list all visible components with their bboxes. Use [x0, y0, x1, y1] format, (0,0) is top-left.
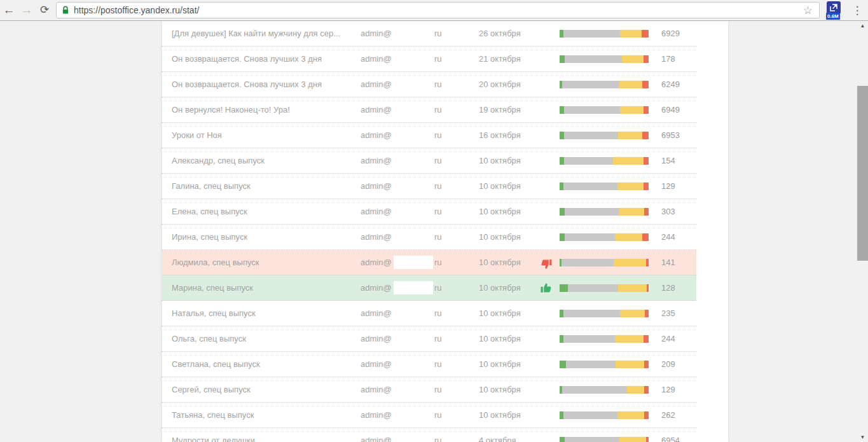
scroll-up-arrow-icon[interactable]: ▲: [857, 21, 868, 31]
bookmark-star-icon[interactable]: ☆: [802, 4, 814, 17]
bar-segment-yellow: [619, 437, 646, 442]
table-row[interactable]: Он вернулся! Наконец-то! Ура! admin@ ru …: [162, 97, 696, 123]
delivery-bar: [560, 284, 649, 292]
bar-segment-red: [642, 233, 649, 241]
table-row[interactable]: Ирина, спец выпуск admin@ ru 10 октября …: [162, 224, 696, 250]
bar-segment-red: [642, 81, 649, 88]
open-count: 235: [661, 308, 675, 318]
table-row[interactable]: Светлана, спец выпуск admin@ ru 10 октяб…: [162, 352, 696, 377]
sender-email-tld: ru: [434, 29, 442, 38]
sender-email-user: admin@: [361, 283, 392, 293]
bar-segment-gray: [564, 132, 618, 139]
delivery-bar: [560, 106, 649, 114]
bar-segment-red: [644, 335, 649, 343]
send-date: 10 октября: [479, 258, 521, 267]
table-row[interactable]: Галина, спец выпуск admin@ ru 10 октября…: [162, 174, 696, 199]
delivery-bar: [560, 310, 649, 317]
campaign-name: [Для девушек] Как найти мужчину для сер.…: [172, 29, 340, 38]
email-domain-redaction: [394, 434, 433, 442]
address-bar[interactable]: https://postoffice.yandex.ru/stat/ ☆: [56, 2, 820, 18]
campaign-name: Ольга, спец выпуск: [172, 334, 246, 343]
email-domain-redaction: [394, 383, 433, 396]
sender-email-user: admin@: [361, 130, 392, 140]
table-row[interactable]: Александр, спец выпуск admin@ ru 10 октя…: [162, 148, 696, 174]
url-text[interactable]: https://postoffice.yandex.ru/stat/: [74, 5, 802, 15]
bar-segment-gray: [563, 411, 617, 419]
bar-segment-red: [644, 106, 649, 114]
email-domain-redaction: [394, 205, 433, 218]
bar-segment-red: [646, 259, 649, 266]
scrollbar-thumb[interactable]: [857, 86, 868, 261]
bar-segment-green: [560, 361, 566, 368]
delivery-bar: [560, 233, 649, 241]
bar-segment-gray: [566, 361, 616, 368]
send-date: 10 октября: [479, 156, 521, 165]
campaign-name: Ирина, спец выпуск: [172, 232, 247, 242]
reload-button[interactable]: ⟳: [36, 1, 53, 20]
bar-segment-red: [644, 208, 649, 216]
back-button[interactable]: ←: [0, 1, 18, 20]
delivery-bar: [560, 386, 649, 394]
table-row[interactable]: Он возвращается. Снова лучших 3 дня admi…: [162, 72, 696, 97]
email-domain-redaction: [394, 408, 433, 422]
scroll-down-arrow-icon[interactable]: ▼: [857, 432, 868, 442]
bar-segment-green: [560, 233, 565, 241]
open-count: 129: [661, 181, 675, 191]
open-count: 262: [661, 410, 675, 420]
vertical-scrollbar[interactable]: ▲ ▼: [857, 21, 868, 442]
secure-padlock-icon[interactable]: [62, 6, 69, 15]
bar-segment-gray: [565, 233, 614, 241]
table-row[interactable]: Татьяна, спец выпуск admin@ ru 10 октябр…: [162, 403, 696, 428]
bar-segment-red: [644, 55, 649, 63]
bar-segment-gray: [561, 259, 614, 266]
campaign-name: Марина, спец выпуск: [172, 283, 253, 293]
email-domain-redaction: [394, 230, 433, 244]
table-row[interactable]: Уроки от Ноя admin@ ru 16 октября 6953: [162, 123, 696, 148]
forward-button[interactable]: →: [18, 1, 36, 20]
extension-button[interactable]: 0.6M: [826, 1, 843, 20]
delivery-bar: [560, 157, 649, 165]
table-row[interactable]: Наталья, спец выпуск admin@ ru 10 октябр…: [162, 301, 696, 326]
send-date: 10 октября: [479, 308, 521, 318]
delivery-bar: [560, 81, 649, 88]
bar-segment-gray: [563, 183, 617, 190]
table-row[interactable]: Марина, спец выпуск admin@ ru 10 октября…: [162, 275, 696, 301]
sender-email-tld: ru: [434, 207, 442, 216]
browser-menu-button[interactable]: ⋮: [848, 4, 867, 17]
table-row[interactable]: Людмила, спец выпуск admin@ ru 10 октябр…: [162, 250, 696, 275]
delivery-bar: [560, 259, 649, 266]
sender-email-user: admin@: [361, 156, 392, 165]
sender-email-tld: ru: [434, 258, 442, 267]
bar-segment-red: [644, 361, 649, 368]
delivery-bar: [560, 335, 649, 343]
bar-segment-gray: [563, 335, 615, 343]
bar-segment-yellow: [616, 361, 644, 368]
bar-segment-green: [560, 208, 565, 216]
open-count: 178: [661, 54, 675, 64]
send-date: 4 октября: [479, 436, 516, 442]
table-row[interactable]: Он возвращается. Снова лучших 3 дня admi…: [162, 46, 696, 72]
send-date: 21 октября: [479, 54, 521, 64]
thumbs-down-icon: [540, 258, 553, 270]
campaign-name: Людмила, спец выпуск: [172, 258, 259, 267]
thumbs-up-icon: [540, 282, 553, 294]
table-row[interactable]: Елена, спец выпуск admin@ ru 10 октября …: [162, 199, 696, 224]
browser-toolbar: ← → ⟳ https://postoffice.yandex.ru/stat/…: [0, 0, 868, 21]
bar-segment-green: [560, 106, 564, 114]
bar-segment-yellow: [618, 132, 642, 139]
bar-segment-green: [560, 157, 564, 165]
table-row[interactable]: Сергей, спец выпуск admin@ ru 10 октября…: [162, 377, 696, 403]
sender-email-tld: ru: [434, 130, 442, 140]
table-row[interactable]: [Для девушек] Как найти мужчину для сер.…: [162, 21, 696, 46]
bar-segment-red: [644, 157, 649, 165]
bar-segment-yellow: [613, 157, 644, 165]
send-date: 26 октября: [479, 29, 521, 38]
sender-email-user: admin@: [361, 308, 392, 318]
table-row[interactable]: Ольга, спец выпуск admin@ ru 10 октября …: [162, 326, 696, 352]
email-domain-redaction: [394, 27, 433, 40]
open-count: 154: [661, 156, 675, 165]
table-row[interactable]: Мудрости от дедушки admin@ ru 4 октября …: [162, 428, 696, 442]
sender-email-user: admin@: [361, 181, 392, 191]
page-background: [Для девушек] Как найти мужчину для сер.…: [0, 21, 868, 442]
send-date: 16 октября: [479, 130, 521, 140]
